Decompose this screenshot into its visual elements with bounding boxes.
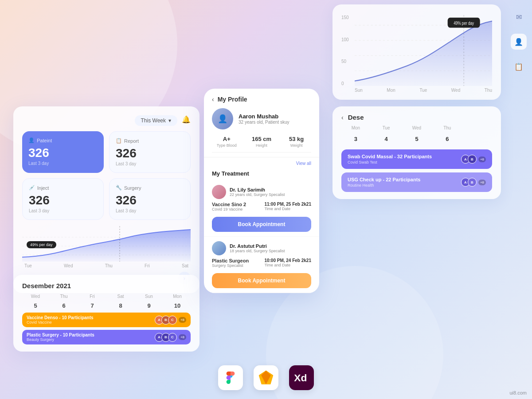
doc-spec-1: 22 years old, Surgery Specalist xyxy=(230,192,285,197)
stat-label-inject: 💉 Inject xyxy=(29,185,97,191)
right-calendar-card: ‹ Dese Mon Tue Wed Thu 3 4 5 6 Swab Covi… xyxy=(332,106,501,199)
rcal-avatars-usg: A B +8 xyxy=(461,178,486,187)
nav-mail-icon[interactable]: ✉ xyxy=(511,9,527,25)
treatment-item-2: Dr. Astutut Putri 18 years old, Surgery … xyxy=(204,237,319,293)
profile-info: 👤 Aaron Mushab 32 years old, Patient sku… xyxy=(212,108,311,129)
profile-stat-height: 165 cm Height xyxy=(247,136,277,148)
rcal-days-header: Mon Tue Wed Thu xyxy=(341,125,492,130)
chart-x-labels: Tue Wed Thu Fri Sat xyxy=(22,263,191,268)
avatar-initial: 👤 xyxy=(218,114,227,124)
right-chart-svg: 49% per day xyxy=(355,15,492,86)
profile-avatar: 👤 xyxy=(212,108,233,129)
treat-date-1: Time and Date xyxy=(264,207,311,211)
doc-avatar-2 xyxy=(212,241,226,255)
calendar-events-left: Vaccine Denso - 10 Participants Covid Va… xyxy=(22,313,191,344)
profile-title: My Profile xyxy=(218,96,247,103)
stat-card-inject: 💉 Inject 326 Last 3 day xyxy=(22,178,104,220)
nav-doc-icon[interactable]: 📋 xyxy=(511,59,527,74)
profile-subtitle: 32 years old, Patient skuy xyxy=(239,120,289,125)
bell-icon[interactable]: 🔔 xyxy=(182,115,191,126)
treat-time-1: 11:00 PM, 25 Feb 2k21 xyxy=(264,202,311,207)
patient-icon: 👤 xyxy=(28,137,35,143)
chart-badge: 49% per day xyxy=(27,241,56,248)
view-all-link[interactable]: View all xyxy=(204,157,319,168)
chart-y-labels: 150 100 50 0 xyxy=(341,15,349,86)
chart-inner: 49% per day xyxy=(355,15,492,86)
rcal-event-usg: USG Check up - 22 Participants Routine H… xyxy=(341,172,492,192)
avatars-surgery: A B C +8 xyxy=(155,333,186,342)
rcal-event-swab: Swab Covid Massal - 32 Participants Covi… xyxy=(341,149,492,169)
calendar-day-nums: 5 6 7 8 9 10 xyxy=(22,302,191,309)
chevron-down-icon: ▾ xyxy=(168,117,171,124)
treat-date-2: Time and Date xyxy=(264,263,311,267)
report-icon: 📋 xyxy=(116,138,122,144)
cal-event-vaccine: Vaccine Denso - 10 Participants Covid Va… xyxy=(22,313,191,327)
week-label: This Week xyxy=(141,117,166,124)
watermark-text: ui8.com xyxy=(509,390,527,395)
weight-label: Weight xyxy=(282,143,311,148)
svg-text:Xd: Xd xyxy=(294,372,307,383)
profile-header: ‹ My Profile 👤 Aaron Mushab 32 years old… xyxy=(204,89,319,157)
treat-type-1: Covid 19 Vaccine xyxy=(212,207,246,211)
height-value: 165 cm xyxy=(247,136,277,142)
stat-card-surgery: 🔧 Surgery 326 Last 3 day xyxy=(109,178,191,220)
right-sidebar: ✉ 👤 📋 xyxy=(505,0,532,133)
treat-doc-2: Dr. Astutut Putri 18 years old, Surgery … xyxy=(212,241,311,255)
profile-stat-weight: 53 kg Weight xyxy=(282,136,311,148)
figma-logo xyxy=(224,372,237,384)
height-label: Height xyxy=(247,143,277,148)
rcal-day-nums: 3 4 5 6 xyxy=(341,134,492,144)
nav-user-icon[interactable]: 👤 xyxy=(511,34,527,50)
blood-label: Type Blood xyxy=(212,143,242,148)
doc-name-2: Dr. Astutut Putri xyxy=(230,243,285,249)
svg-text:49% per day: 49% per day xyxy=(454,21,474,26)
rcal-title: Dese xyxy=(348,113,364,121)
right-chart-x-axis: Sun Mon Tue Wed Thu xyxy=(355,88,492,93)
dashboard-header: This Week ▾ 🔔 xyxy=(22,115,191,126)
mini-chart: 49% per day xyxy=(22,226,191,262)
treat-time-2: 10:00 PM, 24 Feb 2k21 xyxy=(264,258,311,263)
rcal-header: ‹ Dese xyxy=(341,113,492,121)
right-chart-area: 150 100 50 0 49% pe xyxy=(341,15,492,86)
avatars-vaccine: A B C +8 xyxy=(155,316,186,325)
stat-card-patient: 👤 Pateint 326 Last 3 day xyxy=(22,131,104,173)
xd-tool-icon[interactable]: Xd xyxy=(289,365,314,390)
treatment-title: My Treatment xyxy=(204,168,319,180)
dashboard-card: This Week ▾ 🔔 👤 Pateint 326 Last 3 day 📋… xyxy=(13,106,200,293)
profile-name: Aaron Mushab xyxy=(239,113,289,120)
doc-avatar-1 xyxy=(212,185,226,199)
figma-tool-icon[interactable] xyxy=(218,365,243,390)
cal-event-surgery: Plastic Surgery - 10 Participants Beauty… xyxy=(22,330,191,344)
profile-nav: ‹ My Profile xyxy=(212,96,311,103)
stat-label-patient: 👤 Pateint xyxy=(28,137,98,143)
treat-details-2: Plastic Surgeon Surgery Specalist 10:00 … xyxy=(212,258,311,268)
treat-doc-1: Dr. Lily Sarimih 22 years old, Surgery S… xyxy=(212,185,311,199)
rcal-avatars-swab: A B +8 xyxy=(461,155,486,164)
xd-logo: Xd xyxy=(293,372,309,384)
calendar-days-header: Wed Thu Fri Sat Sun Mon xyxy=(22,294,191,299)
stat-sub-surgery: Last 3 day xyxy=(116,208,184,213)
sketch-tool-icon[interactable] xyxy=(254,365,278,390)
book-btn-1[interactable]: Book Appointment xyxy=(212,217,311,232)
weight-value: 53 kg xyxy=(282,136,311,142)
calendar-card-left: Desember 2021 Wed Thu Fri Sat Sun Mon 5 … xyxy=(13,275,200,352)
stat-number-patient: 326 xyxy=(28,146,98,160)
treatment-item-1: Dr. Lily Sarimih 22 years old, Surgery S… xyxy=(204,180,319,237)
profile-stats: A+ Type Blood 165 cm Height 53 kg Weight xyxy=(212,136,311,153)
doc-spec-2: 18 years old, Surgery Specalist xyxy=(230,249,285,253)
stat-card-report: 📋 Report 326 Last 3 day xyxy=(109,131,191,173)
surgery-icon: 🔧 xyxy=(116,185,122,191)
stat-sub-report: Last 3 day xyxy=(116,161,184,166)
rcal-events: Swab Covid Massal - 32 Participants Covi… xyxy=(341,149,492,192)
back-arrow[interactable]: ‹ xyxy=(212,96,214,103)
stat-number-surgery: 326 xyxy=(116,193,184,207)
bottom-toolbar: Xd xyxy=(218,365,314,390)
week-selector[interactable]: This Week ▾ xyxy=(135,115,177,126)
rcal-back-arrow[interactable]: ‹ xyxy=(341,114,344,121)
stat-sub-patient: Last 3 day xyxy=(28,161,98,166)
book-btn-2[interactable]: Book Appointment xyxy=(212,273,311,288)
right-chart-card: 150 100 50 0 49% pe xyxy=(332,4,501,100)
stat-label-surgery: 🔧 Surgery xyxy=(116,185,184,191)
stat-number-report: 326 xyxy=(116,146,184,160)
profile-stat-blood: A+ Type Blood xyxy=(212,136,242,148)
